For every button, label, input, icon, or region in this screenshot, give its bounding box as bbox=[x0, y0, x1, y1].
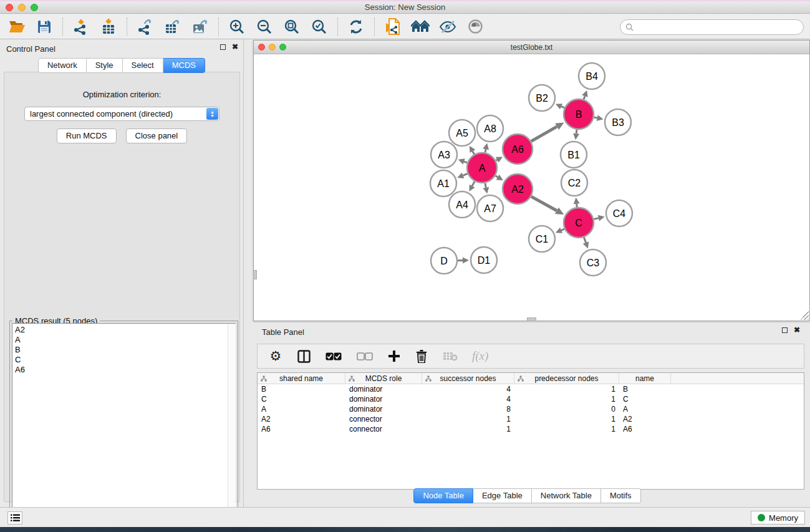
open-file-icon[interactable] bbox=[7, 17, 26, 36]
tab-network[interactable]: Network bbox=[38, 58, 87, 73]
edge-A-A7[interactable] bbox=[485, 183, 486, 188]
network-window-titlebar[interactable]: testGlobe.txt bbox=[254, 41, 809, 54]
tab-edge-table[interactable]: Edge Table bbox=[473, 488, 532, 503]
node-A6[interactable]: A6 bbox=[503, 134, 533, 164]
node-A1[interactable]: A1 bbox=[430, 170, 456, 196]
split-panel-icon[interactable] bbox=[296, 347, 311, 365]
refresh-view-icon[interactable] bbox=[347, 17, 365, 36]
edge-A2-C[interactable] bbox=[531, 196, 557, 211]
result-item[interactable]: A bbox=[15, 335, 235, 345]
column-header-shared-name[interactable]: shared name bbox=[258, 373, 345, 384]
edge-B-B1[interactable] bbox=[576, 130, 577, 133]
export-network-icon[interactable] bbox=[136, 17, 155, 36]
edge-A-A3[interactable] bbox=[464, 162, 467, 163]
node-A5[interactable]: A5 bbox=[449, 120, 475, 146]
node-D1[interactable]: D1 bbox=[471, 247, 497, 273]
close-panel-icon[interactable]: ✖ bbox=[232, 44, 238, 50]
node-C4[interactable]: C4 bbox=[606, 200, 632, 226]
left-grip-handle[interactable] bbox=[253, 270, 257, 279]
table-cell[interactable]: 1 bbox=[514, 395, 619, 404]
task-history-button[interactable] bbox=[7, 511, 22, 525]
node-C[interactable]: C bbox=[564, 208, 594, 238]
table-cell[interactable]: 4 bbox=[422, 385, 514, 394]
node-B2[interactable]: B2 bbox=[529, 85, 555, 111]
column-header-predecessor-nodes[interactable]: predecessor nodes bbox=[514, 373, 619, 384]
table-cell[interactable]: 1 bbox=[422, 425, 514, 433]
table-cell[interactable]: A2 bbox=[258, 415, 345, 423]
edge-B-B2[interactable] bbox=[561, 107, 564, 108]
node-D[interactable]: D bbox=[431, 248, 457, 274]
edge-A-A6[interactable] bbox=[496, 160, 497, 160]
show-panels-icon[interactable] bbox=[466, 17, 485, 36]
node-A3[interactable]: A3 bbox=[431, 142, 457, 168]
tab-network-table[interactable]: Network Table bbox=[532, 488, 601, 503]
node-B1[interactable]: B1 bbox=[561, 142, 587, 168]
edge-C-C3[interactable] bbox=[584, 238, 586, 243]
zoom-fit-icon[interactable] bbox=[282, 17, 301, 36]
float-table-panel-icon[interactable] bbox=[782, 327, 788, 333]
function-builder-icon[interactable]: f(x) bbox=[472, 349, 488, 363]
import-table-icon[interactable] bbox=[99, 17, 118, 36]
table-cell[interactable]: 8 bbox=[422, 405, 514, 414]
column-header-successor-nodes[interactable]: successor nodes bbox=[422, 373, 514, 384]
result-item[interactable]: A6 bbox=[15, 365, 235, 375]
hide-panels-icon[interactable] bbox=[438, 17, 457, 36]
table-row[interactable]: A2connector11A2 bbox=[258, 414, 804, 424]
edge-A6-B[interactable] bbox=[531, 127, 557, 142]
node-C2[interactable]: C2 bbox=[561, 170, 587, 196]
table-cell[interactable]: 4 bbox=[422, 395, 514, 404]
node-A[interactable]: A bbox=[467, 153, 497, 183]
edge-A-A1[interactable] bbox=[463, 173, 468, 175]
tab-style[interactable]: Style bbox=[87, 58, 123, 73]
clone-network-icon[interactable] bbox=[383, 17, 402, 36]
delete-table-icon[interactable] bbox=[442, 347, 458, 365]
zoom-out-icon[interactable] bbox=[255, 17, 274, 36]
tab-select[interactable]: Select bbox=[123, 58, 163, 73]
edge-A-A8[interactable] bbox=[485, 149, 486, 152]
edge-A-A2[interactable] bbox=[495, 176, 498, 177]
table-cell[interactable]: dominator bbox=[345, 395, 422, 404]
node-A2[interactable]: A2 bbox=[503, 174, 533, 204]
node-A7[interactable]: A7 bbox=[477, 195, 503, 221]
delete-columns-icon[interactable] bbox=[415, 347, 428, 365]
save-session-icon[interactable] bbox=[35, 17, 54, 36]
table-cell[interactable]: dominator bbox=[345, 405, 422, 414]
table-row[interactable]: Adominator80A bbox=[258, 404, 804, 414]
resize-grip[interactable] bbox=[800, 311, 809, 320]
search-box[interactable] bbox=[620, 19, 804, 35]
tab-motifs[interactable]: Motifs bbox=[601, 488, 641, 503]
node-B[interactable]: B bbox=[564, 99, 594, 129]
table-cell[interactable]: 1 bbox=[514, 415, 619, 423]
node-B3[interactable]: B3 bbox=[605, 109, 631, 135]
result-item[interactable]: C bbox=[15, 355, 235, 365]
edge-C-C2[interactable] bbox=[577, 204, 577, 207]
table-cell[interactable]: connector bbox=[345, 415, 422, 423]
table-cell[interactable]: A bbox=[258, 405, 345, 414]
table-cell[interactable]: A2 bbox=[619, 415, 671, 423]
table-cell[interactable]: C bbox=[258, 395, 345, 404]
memory-button[interactable]: Memory bbox=[751, 511, 805, 525]
edge-B-B4[interactable] bbox=[584, 96, 585, 99]
table-cell[interactable]: dominator bbox=[345, 385, 422, 394]
table-cell[interactable]: A bbox=[619, 405, 671, 414]
table-cell[interactable]: 1 bbox=[514, 385, 619, 394]
table-cell[interactable]: 0 bbox=[514, 405, 619, 414]
table-cell[interactable]: 1 bbox=[422, 415, 514, 423]
column-header-mcds-role[interactable]: MCDS role bbox=[345, 373, 422, 384]
add-column-icon[interactable] bbox=[387, 347, 401, 365]
zoom-in-icon[interactable] bbox=[228, 17, 246, 36]
edge-C-C1[interactable] bbox=[561, 229, 564, 230]
table-cell[interactable]: C bbox=[619, 395, 671, 404]
search-input[interactable] bbox=[637, 23, 803, 32]
node-A8[interactable]: A8 bbox=[477, 115, 503, 142]
run-mcds-button[interactable]: Run MCDS bbox=[57, 128, 117, 143]
close-table-panel-icon[interactable]: ✖ bbox=[794, 327, 800, 333]
tab-node-table[interactable]: Node Table bbox=[413, 488, 473, 503]
table-cell[interactable]: A6 bbox=[619, 425, 671, 433]
table-cell[interactable]: connector bbox=[345, 425, 422, 433]
network-canvas[interactable]: AA1A2A3A4A5A6A7A8BB1B2B3B4CC1C2C3C4DD1 bbox=[254, 54, 809, 321]
zoom-selected-icon[interactable] bbox=[310, 17, 329, 36]
edge-A-A4[interactable] bbox=[472, 181, 475, 186]
bottom-grip-handle[interactable] bbox=[527, 317, 536, 321]
export-table-icon[interactable] bbox=[163, 17, 182, 36]
